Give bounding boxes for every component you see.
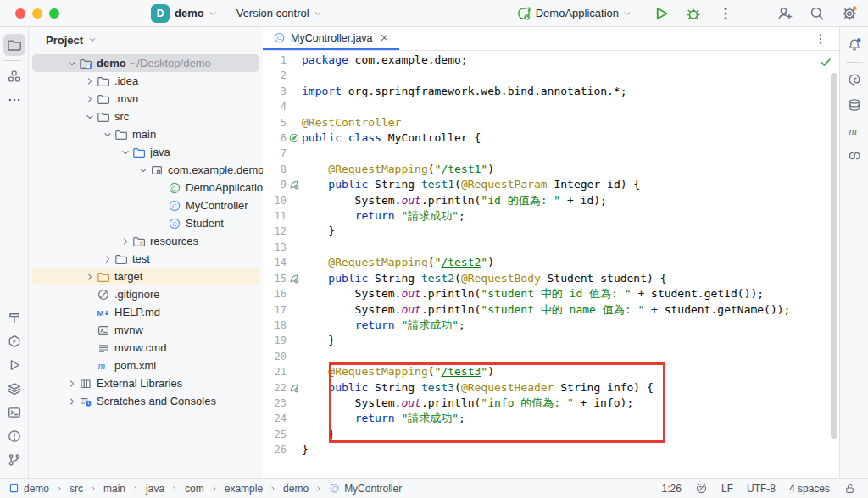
folder-icon: [97, 92, 110, 106]
layers-tool-button[interactable]: [3, 378, 25, 400]
line-separator[interactable]: LF: [721, 483, 733, 495]
chevron-down-icon[interactable]: [136, 164, 150, 176]
tree-item-demo[interactable]: demo~/Desktop/demo: [32, 54, 259, 72]
chevron-right-icon[interactable]: [64, 378, 79, 390]
tree-item-target[interactable]: target: [32, 268, 259, 285]
database-icon: [847, 97, 862, 113]
tree-item-student[interactable]: CStudent: [32, 214, 259, 232]
tree-item-com-example-demo[interactable]: com.example.demo: [32, 161, 259, 179]
tree-item-scratches-and-consoles[interactable]: Scratches and Consoles: [32, 392, 259, 410]
inspection-ok-icon[interactable]: [819, 55, 832, 69]
maven-button[interactable]: m: [843, 119, 865, 141]
maximize-window-button[interactable]: [49, 8, 59, 19]
terminal-tool-button[interactable]: [3, 401, 25, 423]
tab-mycontroller[interactable]: C MyController.java: [263, 27, 399, 50]
chevron-right-icon[interactable]: [118, 235, 132, 247]
tree-item-src[interactable]: src: [32, 108, 259, 125]
add-user-button[interactable]: [776, 5, 793, 22]
services-tool-button[interactable]: [3, 330, 25, 352]
more-actions-button[interactable]: [717, 5, 734, 22]
gutter: [287, 162, 302, 177]
tree-item-demoapplication[interactable]: CDemoApplication: [32, 179, 259, 196]
structure-tool-button[interactable]: [3, 65, 25, 87]
chevron-right-icon[interactable]: [82, 271, 97, 283]
gutter: [287, 115, 302, 130]
ai-assistant-button[interactable]: [843, 69, 865, 91]
notifications-button[interactable]: [843, 34, 865, 56]
chevron-right-icon[interactable]: [82, 93, 97, 105]
project-panel: Project demo~/Desktop/demo.idea.mvnsrcma…: [29, 27, 263, 478]
settings-button[interactable]: [841, 5, 858, 22]
tree-item-mycontroller[interactable]: CMyController: [32, 196, 259, 214]
breadcrumb-item-src[interactable]: src: [70, 483, 83, 495]
request-mapping-icon[interactable]: [288, 179, 300, 191]
gutter: [287, 224, 302, 239]
svg-text:M: M: [97, 307, 104, 317]
code-line-9: 9 public String test1(@RequestParam Inte…: [263, 177, 839, 192]
database-button[interactable]: [843, 94, 865, 116]
chevron-down-icon[interactable]: [64, 58, 79, 69]
tree-item-help-md[interactable]: MHELP.md: [32, 303, 259, 321]
chevron-right-icon[interactable]: [82, 75, 97, 87]
more-tools-button[interactable]: [3, 89, 25, 111]
indent-style[interactable]: 4 spaces: [789, 483, 830, 495]
chevron-right-icon[interactable]: [100, 253, 114, 265]
tree-item-pom-xml[interactable]: mpom.xml: [32, 357, 259, 374]
request-mapping-icon[interactable]: [288, 382, 300, 394]
tree-item-label: mvnw.cmd: [114, 341, 166, 354]
file-encoding[interactable]: UTF-8: [747, 483, 776, 495]
tree-item-external-libraries[interactable]: External Libraries: [32, 374, 259, 392]
tree-item-resources[interactable]: resources: [32, 232, 259, 250]
tree-item-test[interactable]: test: [32, 250, 259, 268]
code-line-11: 11 return "請求成功";: [263, 208, 839, 224]
project-panel-header[interactable]: Project: [29, 27, 263, 53]
breadcrumb-item-example[interactable]: example: [225, 483, 263, 495]
breadcrumb-item-java[interactable]: java: [146, 483, 164, 495]
chevron-down-icon[interactable]: [118, 147, 132, 158]
chevron-right-icon[interactable]: [64, 396, 79, 407]
editor-more-icon[interactable]: [814, 32, 827, 46]
project-tool-button[interactable]: [3, 34, 25, 56]
editor-tab-bar: C MyController.java: [263, 27, 839, 51]
tree-item-mvn[interactable]: .mvn: [32, 90, 259, 108]
tree-item-idea[interactable]: .idea: [32, 72, 259, 90]
request-mapping-icon[interactable]: [288, 273, 300, 285]
more-horizontal-icon: [7, 92, 22, 108]
tree-item-mvnw[interactable]: mvnw: [32, 321, 259, 339]
project-menu-button[interactable]: demo: [170, 3, 223, 23]
chevron-down-icon[interactable]: [100, 129, 114, 141]
close-tab-icon[interactable]: [378, 31, 391, 44]
git-tool-button[interactable]: [3, 449, 25, 471]
endpoints-button[interactable]: [843, 145, 865, 167]
breadcrumb-item-demo[interactable]: demo: [8, 483, 49, 495]
problems-tool-button[interactable]: [3, 425, 25, 447]
tree-item-gitignore[interactable]: .gitignore: [32, 285, 259, 303]
breadcrumb-item-demo[interactable]: demo: [283, 483, 309, 495]
build-tool-button[interactable]: [3, 307, 25, 329]
tree-item-mvnw-cmd[interactable]: mvnw.cmd: [32, 339, 259, 357]
version-control-menu-button[interactable]: Version control: [231, 3, 328, 23]
search-everywhere-button[interactable]: [809, 5, 826, 22]
maven-file-icon: m: [97, 359, 110, 373]
caret-position[interactable]: 1:26: [662, 483, 682, 495]
run-tool-button[interactable]: [3, 354, 25, 376]
breadcrumb-item-com[interactable]: com: [185, 483, 204, 495]
chevron-right-icon: [55, 484, 64, 493]
svg-text:C: C: [332, 485, 337, 491]
unlock-icon[interactable]: [843, 482, 856, 495]
close-window-button[interactable]: [15, 8, 25, 19]
code-line-16: 16 System.out.println("student 中的 id 值為:…: [263, 286, 839, 302]
spring-bean-icon[interactable]: [288, 132, 300, 144]
editor-scrollbar[interactable]: [831, 73, 837, 439]
folder-icon: [114, 252, 128, 266]
breadcrumb-item-mycontroller[interactable]: CMyController: [329, 483, 402, 495]
tree-item-main[interactable]: main: [32, 125, 259, 143]
highlighting-off-icon[interactable]: [695, 482, 708, 495]
run-button[interactable]: [653, 5, 670, 22]
breadcrumb-item-main[interactable]: main: [103, 483, 125, 495]
run-configuration-selector[interactable]: DemoApplication: [510, 2, 637, 25]
chevron-down-icon[interactable]: [82, 111, 97, 123]
minimize-window-button[interactable]: [32, 8, 42, 19]
tree-item-java[interactable]: java: [32, 143, 259, 161]
debug-button[interactable]: [685, 5, 702, 22]
